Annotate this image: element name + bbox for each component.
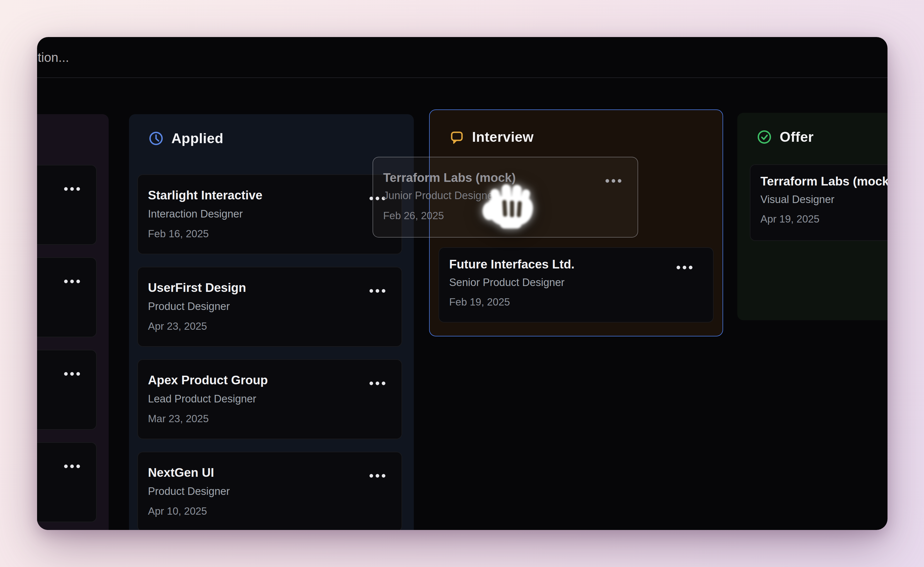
job-card[interactable] [37,165,97,245]
ellipsis-icon [676,266,693,269]
card-role: Lead Product Designer [148,393,256,405]
column-header-applied: Applied [149,130,224,147]
check-circle-icon [757,129,772,144]
job-card[interactable] [37,442,97,522]
job-card[interactable] [37,257,97,337]
card-company: Terraform Labs (mock) [383,171,516,184]
ellipsis-icon [370,381,385,385]
job-card-starlight[interactable]: Starlight Interactive Interaction Design… [137,174,402,254]
card-role: Product Designer [148,485,230,497]
card-menu-button[interactable] [368,380,387,387]
card-company: Starlight Interactive [148,188,263,202]
chat-bubble-icon [449,129,464,144]
card-date: Apr 23, 2025 [148,321,207,332]
card-role: Senior Product Designer [449,276,565,288]
card-date: Apr 10, 2025 [148,506,207,517]
column-title: Interview [472,129,533,145]
job-card[interactable] [37,350,97,430]
card-menu-button[interactable] [604,177,623,184]
kanban-column-hidden-left [37,114,109,530]
top-bar: ition... [37,37,888,78]
ellipsis-icon [605,179,621,183]
dragged-job-card-terraform[interactable]: Terraform Labs (mock) Junior Product Des… [373,157,638,237]
ellipsis-icon [64,465,80,468]
card-menu-button[interactable] [62,278,82,285]
card-role: Junior Product Designer [383,190,497,202]
card-menu-button[interactable] [62,370,82,377]
card-date: Feb 26, 2025 [383,210,444,222]
kanban-column-applied: Applied Starlight Interactive Interactio… [129,114,414,530]
clock-icon [149,131,164,146]
card-role: Interaction Designer [148,208,243,220]
card-company: UserFirst Design [148,281,246,295]
card-role: Product Designer [148,300,230,312]
card-menu-button[interactable] [368,287,387,294]
ellipsis-icon [370,474,385,478]
card-date: Apr 19, 2025 [760,213,819,225]
card-date: Mar 23, 2025 [148,413,209,425]
ellipsis-icon [370,289,385,293]
kanban-column-offer: Offer Terraform Labs (mock) Visual Desig… [737,113,888,320]
ellipsis-icon [64,372,80,376]
card-date: Feb 19, 2025 [449,296,510,308]
job-card-userfirst[interactable]: UserFirst Design Product Designer Apr 23… [137,267,402,347]
app-window: ition... Applied Starlight Interactive I… [37,37,888,530]
card-menu-button[interactable] [62,186,82,192]
job-card-terraform-offer[interactable]: Terraform Labs (mock) Visual Designer Ap… [750,164,888,241]
column-header-interview: Interview [449,129,533,145]
topbar-clipped-text: ition... [37,50,69,65]
card-company: Terraform Labs (mock) [760,174,888,188]
card-menu-button[interactable] [62,463,82,470]
card-company: Future Interfaces Ltd. [449,257,575,271]
ellipsis-icon [64,187,80,191]
job-card-apex[interactable]: Apex Product Group Lead Product Designer… [137,359,402,439]
card-menu-button[interactable] [368,472,387,479]
column-title: Offer [780,129,814,145]
job-card-future-interfaces[interactable]: Future Interfaces Ltd. Senior Product De… [439,247,714,322]
column-header-offer: Offer [757,129,814,145]
column-title: Applied [171,130,224,147]
card-menu-button[interactable] [675,264,694,271]
card-date: Feb 16, 2025 [148,228,209,240]
job-card-nextgen[interactable]: NextGen UI Product Designer Apr 10, 2025 [137,452,402,530]
card-role: Visual Designer [760,194,834,206]
card-company: Apex Product Group [148,373,268,387]
ellipsis-icon [64,280,80,283]
card-company: NextGen UI [148,466,214,480]
